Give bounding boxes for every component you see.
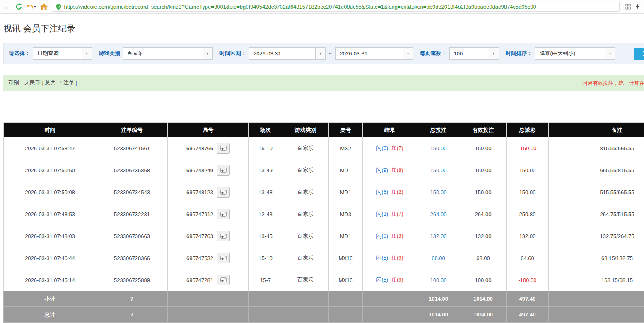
- cell-remark: 665.55/815.55: [549, 159, 644, 181]
- summary-bar: 币别：人民币 | 总共 :7 注单 | 同局有效投注，统一计算在该局第: [3, 75, 644, 91]
- round-replay-button[interactable]: [217, 275, 230, 285]
- total-count: 7: [96, 307, 168, 323]
- subtotal-payout: 497.40: [507, 291, 549, 307]
- replay-icon: [220, 168, 227, 173]
- page-size-value: 100: [450, 48, 489, 59]
- round-replay-button[interactable]: [217, 165, 230, 176]
- cell-total-payout: 64.60: [507, 247, 549, 269]
- chevron-down-icon[interactable]: ▾: [403, 48, 413, 59]
- replay-icon: [220, 190, 227, 195]
- total-bet-link[interactable]: 150.00: [430, 167, 447, 174]
- total-valid-bet: 1014.00: [460, 307, 507, 323]
- total-bet-link[interactable]: 150.00: [430, 189, 447, 195]
- round-replay-button[interactable]: [217, 209, 230, 219]
- sort-value: 降幂(由大到小): [535, 48, 605, 59]
- total-bet-link[interactable]: 68.00: [432, 255, 445, 261]
- cell-time: 2026-03-31 07:53:47: [4, 137, 96, 159]
- back-icon[interactable]: ←: [4, 3, 11, 10]
- total-row: 总计 7 1014.00 1014.00 497.40: [4, 307, 644, 323]
- cell-total-payout: 150.00: [507, 159, 549, 181]
- cell-bet-id: 523306732231: [96, 203, 168, 225]
- date-to-value: 2026-03-31: [336, 48, 403, 59]
- search-button[interactable]: 查询: [634, 48, 644, 60]
- chevron-down-icon[interactable]: ▾: [489, 48, 499, 59]
- cell-game-type: 百家乐: [282, 269, 329, 291]
- chevron-down-icon[interactable]: ▾: [605, 48, 615, 59]
- subtotal-row: 小计 7 1014.00 1014.00 497.40: [4, 291, 644, 307]
- address-bar[interactable]: https://videoie.com/game/betrecord_searc…: [52, 2, 620, 12]
- total-payout: 497.40: [507, 307, 549, 323]
- cell-valid-bet: 100.00: [460, 269, 507, 291]
- result-player: 闲(0): [376, 145, 388, 151]
- page-title: 视讯 会员下注纪录: [3, 23, 644, 34]
- undo-icon[interactable]: ▾: [27, 4, 36, 10]
- cell-table-no: MX2: [329, 137, 363, 159]
- undo-dropdown-icon[interactable]: ▾: [34, 5, 36, 9]
- cell-game-type: 百家乐: [282, 181, 329, 203]
- empty-cell: [329, 291, 363, 307]
- cell-total-bet: 68.00: [417, 247, 460, 269]
- total-bet-link[interactable]: 100.00: [430, 277, 447, 283]
- total-bet-link[interactable]: 150.00: [430, 145, 447, 152]
- filter-bar: 请选择： 日期查询 ▾ 游戏类别 百家乐 ▾ 时间区间： 2026-03-31 …: [3, 43, 644, 64]
- cell-game-type: 百家乐: [282, 159, 329, 181]
- col-header-total-bet: 总投注: [417, 123, 460, 137]
- empty-cell: [249, 307, 282, 323]
- home-icon[interactable]: [40, 3, 48, 10]
- result-player: 闲(9): [376, 233, 388, 239]
- sort-select[interactable]: 降幂(由大到小) ▾: [535, 47, 615, 60]
- chevron-down-icon[interactable]: ▾: [203, 48, 212, 59]
- subtotal-count: 7: [96, 291, 168, 307]
- table-row: 2026-03-31 07:45:14 523306725889 6957472…: [4, 269, 644, 291]
- date-to-select[interactable]: 2026-03-31 ▾: [335, 47, 413, 60]
- subtotal-valid-bet: 1014.00: [460, 291, 507, 307]
- cell-table-no: MX10: [329, 247, 363, 269]
- cell-time: 2026-03-31 07:50:50: [4, 159, 96, 181]
- round-replay-button[interactable]: [217, 231, 230, 241]
- col-header-round: 局号: [168, 123, 249, 137]
- chevron-down-icon[interactable]: ▾: [315, 48, 325, 59]
- cell-round: 695747912: [168, 203, 249, 225]
- table-row: 2026-03-31 07:50:50 523306735868 6957482…: [4, 159, 644, 181]
- table-row: 2026-03-31 07:46:44 523306728366 6957475…: [4, 247, 644, 269]
- secure-shield-icon: [55, 3, 62, 10]
- date-from-select[interactable]: 2026-03-31 ▾: [249, 47, 326, 60]
- result-banker: 庄(9): [391, 255, 403, 261]
- round-replay-button[interactable]: [217, 187, 230, 198]
- round-replay-button[interactable]: [217, 143, 230, 154]
- apps-grid-icon[interactable]: [625, 4, 631, 10]
- cell-bet-id: 523306741561: [96, 137, 168, 159]
- round-number: 695748123: [186, 189, 213, 195]
- round-replay-button[interactable]: [217, 253, 230, 263]
- cell-valid-bet: 150.00: [460, 137, 507, 159]
- replay-icon: [220, 146, 227, 151]
- lightning-icon[interactable]: [635, 3, 640, 10]
- empty-cell: [363, 307, 417, 323]
- query-type-select[interactable]: 日期查询 ▾: [33, 47, 92, 60]
- cell-round: 695747281: [168, 269, 249, 291]
- game-type-select[interactable]: 百家乐 ▾: [123, 47, 213, 60]
- cell-valid-bet: 264.00: [460, 203, 507, 225]
- cell-valid-bet: 132.00: [460, 225, 507, 247]
- cell-remark: 168.15/68.15: [549, 269, 644, 291]
- query-type-label: 请选择：: [9, 50, 30, 57]
- chevron-down-icon[interactable]: ▾: [82, 48, 92, 59]
- col-header-time: 时间: [4, 123, 96, 137]
- subtotal-total-bet: 1014.00: [417, 291, 460, 307]
- col-header-result: 结果: [363, 123, 417, 137]
- cell-round: 695748249: [168, 159, 249, 181]
- page-size-select[interactable]: 100 ▾: [449, 47, 499, 60]
- cell-game-type: 百家乐: [282, 203, 329, 225]
- col-header-bet-id: 注单编号: [96, 123, 168, 137]
- total-bet-link[interactable]: 264.00: [430, 211, 447, 217]
- total-bet-link[interactable]: 132.00: [430, 233, 447, 239]
- cell-session: 15-10: [249, 247, 282, 269]
- range-separator: ~: [329, 51, 332, 57]
- browser-toolbar: ← ▾ https://videoie.com/game/betrecord_s…: [0, 0, 644, 14]
- cell-total-payout: -150.00: [507, 137, 549, 159]
- cell-session: 13-48: [249, 181, 282, 203]
- cell-remark: 132.75/264.75: [549, 225, 644, 247]
- date-range-group: 时间区间： 2026-03-31 ▾ ~ 2026-03-31 ▾: [219, 47, 413, 60]
- refresh-icon[interactable]: [15, 3, 22, 10]
- cell-bet-id: 523306725889: [96, 269, 168, 291]
